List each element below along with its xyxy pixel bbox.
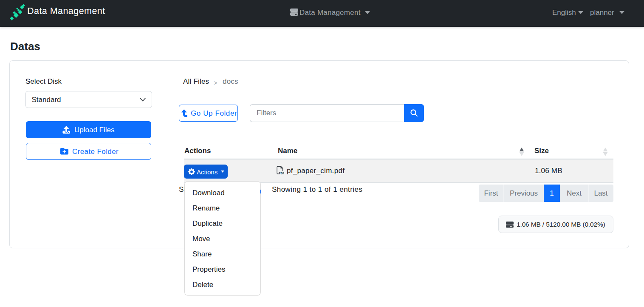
svg-text:PDF: PDF — [279, 172, 284, 175]
